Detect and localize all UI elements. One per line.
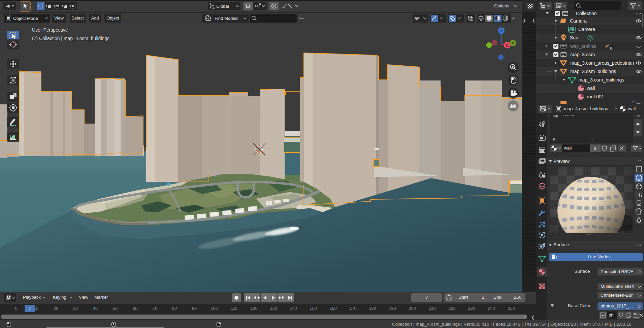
svg-text:Y: Y (512, 41, 514, 45)
svg-text:way_profiles: way_profiles (570, 43, 597, 49)
svg-text:10: 10 (609, 46, 613, 50)
svg-text:Collection: Collection (576, 11, 597, 16)
svg-text:70: 70 (153, 306, 157, 311)
svg-text:120: 120 (251, 306, 258, 311)
svg-text:50: 50 (113, 306, 118, 311)
svg-text:Camera: Camera (578, 27, 595, 32)
svg-text:20: 20 (54, 306, 58, 311)
svg-text:220: 220 (449, 306, 456, 311)
svg-text:Camera: Camera (570, 18, 587, 24)
svg-text:140: 140 (290, 306, 297, 311)
svg-text:roof.001: roof.001 (587, 94, 604, 99)
svg-text:wall: wall (586, 86, 595, 91)
svg-text:Sun: Sun (570, 35, 578, 40)
svg-text:X: X (506, 43, 509, 47)
svg-text:map_3.osm_buildings: map_3.osm_buildings (578, 77, 624, 83)
svg-text:210: 210 (429, 306, 436, 311)
svg-text:150: 150 (310, 306, 317, 311)
svg-text:map_3.osm: map_3.osm (570, 52, 595, 57)
svg-text:230: 230 (468, 306, 475, 311)
svg-text:80: 80 (172, 306, 177, 311)
svg-text:190: 190 (389, 306, 396, 311)
svg-text:60: 60 (133, 306, 137, 311)
svg-text:160: 160 (330, 306, 337, 311)
svg-text:90: 90 (192, 306, 197, 311)
svg-text:240: 240 (488, 306, 495, 311)
svg-text:110: 110 (231, 306, 237, 311)
svg-text:250: 250 (508, 306, 515, 311)
svg-text:30: 30 (73, 306, 78, 311)
svg-text:180: 180 (369, 306, 376, 311)
svg-text:40: 40 (93, 306, 98, 311)
svg-text:200: 200 (409, 306, 416, 311)
svg-text:130: 130 (270, 306, 277, 311)
svg-text:Z: Z (500, 29, 503, 33)
svg-text:100: 100 (211, 306, 218, 311)
svg-text:map_3.osm_buildings: map_3.osm_buildings (570, 69, 616, 74)
svg-text:map_3.osm_areas_pedestrian: map_3.osm_areas_pedestrian (570, 60, 634, 66)
svg-text:0: 0 (15, 306, 18, 311)
svg-text:170: 170 (350, 306, 357, 311)
